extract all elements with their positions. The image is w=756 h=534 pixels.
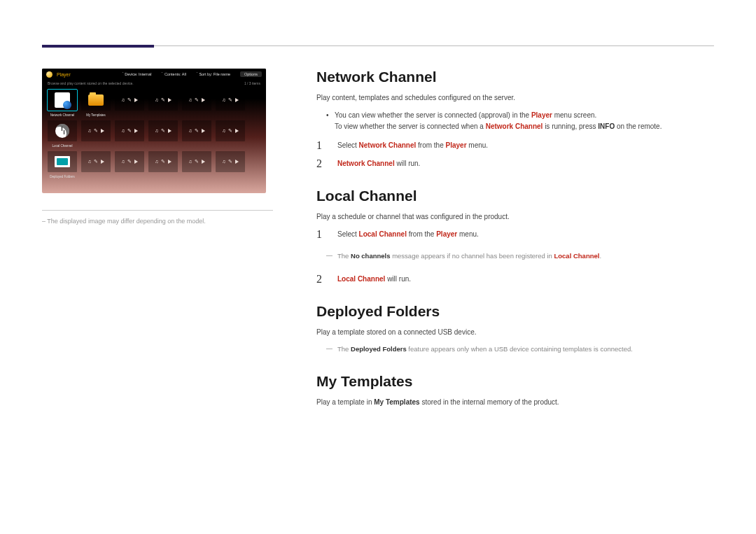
media-icon: ♫ ✎ xyxy=(188,97,205,103)
page: Player Device: Internal Contents: All So… xyxy=(0,0,756,534)
top-rule-accent xyxy=(42,45,154,48)
text: Select xyxy=(337,141,359,149)
text-highlight: Player xyxy=(436,230,457,238)
media-icon: ♫ ✎ xyxy=(155,97,172,103)
text-highlight: Network Channel xyxy=(337,160,395,167)
steps-network: 1 Select Network Channel from the Player… xyxy=(316,140,715,169)
text: The xyxy=(337,345,351,353)
step-1: 1 Select Network Channel from the Player… xyxy=(316,140,715,151)
text: is running, press xyxy=(542,122,598,130)
right-column: Network Channel Play content, templates … xyxy=(316,69,715,426)
media-icon: ♫ ✎ xyxy=(155,128,172,134)
tile-deployed-folders: Deployed Folders xyxy=(48,151,77,172)
text-bold: INFO xyxy=(598,122,615,130)
tile-media: ♫ ✎ xyxy=(115,151,144,172)
shot-item-count: 1 / 3 items xyxy=(244,81,260,85)
media-icon: ♫ ✎ xyxy=(121,128,138,134)
steps-local: 1 Select Local Channel from the Player m… xyxy=(316,229,715,285)
shot-menu-sort: Sort by: File name xyxy=(196,72,230,76)
shot-player-label: Player xyxy=(57,72,71,77)
text: message appears if no channel has been r… xyxy=(391,252,554,260)
tile-network-channel: Network Channel xyxy=(48,90,77,111)
text: feature appears only when a USB device c… xyxy=(407,345,633,353)
text: on the remote. xyxy=(615,122,662,130)
media-icon: ♫ ✎ xyxy=(88,128,104,134)
text-highlight: Local Channel xyxy=(359,230,407,238)
text: will run. xyxy=(395,160,421,167)
step-2: 2 Local Channel will run. xyxy=(316,274,715,285)
tile-my-templates: My Templates xyxy=(81,90,111,111)
tile-media: ♫ ✎ xyxy=(115,90,144,111)
tile-media: ♫ ✎ xyxy=(148,151,178,172)
tile-media: ♫ ✎ xyxy=(182,120,211,141)
tile-label: Deployed Folders xyxy=(48,175,77,178)
globe-icon xyxy=(55,92,70,108)
text: menu. xyxy=(467,141,489,149)
tile-label: Network Channel xyxy=(48,113,77,117)
text: . xyxy=(599,252,601,260)
media-icon: ♫ ✎ xyxy=(121,159,138,164)
step-number: 1 xyxy=(316,140,326,151)
section-deployed-folders: Deployed Folders Play a template stored … xyxy=(316,303,715,354)
text: will run. xyxy=(385,275,411,283)
text: menu. xyxy=(457,230,479,238)
section-my-templates: My Templates Play a template in My Templ… xyxy=(316,373,715,407)
step-number: 2 xyxy=(316,158,326,169)
shot-options-button: Options xyxy=(240,71,262,77)
tile-local-channel: Local Channel xyxy=(48,120,77,141)
tile-media: ♫ ✎ xyxy=(216,90,245,111)
left-divider xyxy=(42,210,273,211)
bullets-network: You can view whether the server is conne… xyxy=(316,110,715,132)
text: Select xyxy=(337,230,359,238)
shot-subtitle: Browse and play content stored on the se… xyxy=(48,81,134,85)
media-icon: ♫ ✎ xyxy=(222,159,239,164)
media-icon: ♫ ✎ xyxy=(188,159,205,164)
heading-deployed-folders: Deployed Folders xyxy=(316,303,715,320)
device-screenshot: Player Device: Internal Contents: All So… xyxy=(42,69,266,193)
note-local: The No channels message appears if no ch… xyxy=(316,251,715,261)
player-icon xyxy=(46,71,52,78)
shot-titlebar: Player Device: Internal Contents: All So… xyxy=(42,69,266,80)
shot-menu-contents: Contents: All xyxy=(161,72,186,76)
clock-icon xyxy=(55,124,69,138)
tile-media: ♫ ✎ xyxy=(81,120,111,141)
media-icon: ♫ ✎ xyxy=(222,97,239,103)
text-highlight: Local Channel xyxy=(337,275,385,283)
section-local-channel: Local Channel Play a schedule or channel… xyxy=(316,188,715,285)
media-icon: ♫ ✎ xyxy=(88,159,104,164)
step-1: 1 Select Local Channel from the Player m… xyxy=(316,229,715,240)
step-2: 2 Network Channel will run. xyxy=(316,158,715,169)
intro-network: Play content, templates and schedules co… xyxy=(316,92,715,103)
tile-media: ♫ ✎ xyxy=(216,120,245,141)
media-icon: ♫ ✎ xyxy=(188,128,205,134)
tile-media: ♫ ✎ xyxy=(182,151,211,172)
note-deployed: The Deployed Folders feature appears onl… xyxy=(316,344,715,354)
intro-deployed: Play a template stored on a connected US… xyxy=(316,327,715,337)
tile-label: Local Channel xyxy=(48,144,77,148)
heading-local-channel: Local Channel xyxy=(316,188,715,204)
tile-media: ♫ ✎ xyxy=(148,90,178,111)
bullet-item: You can view whether the server is conne… xyxy=(335,110,715,132)
usb-icon xyxy=(55,156,70,167)
top-rule xyxy=(42,45,714,48)
tile-label: My Templates xyxy=(81,113,111,117)
tile-media: ♫ ✎ xyxy=(115,120,144,141)
text-highlight: Network Channel xyxy=(486,122,543,130)
tile-media: ♫ ✎ xyxy=(182,90,211,111)
tile-media: ♫ ✎ xyxy=(148,120,178,141)
tile-media: ♫ ✎ xyxy=(216,151,245,172)
step-body: Network Channel will run. xyxy=(337,158,420,169)
text-highlight: Player xyxy=(531,111,552,119)
shot-top-menu: Device: Internal Contents: All Sort by: … xyxy=(122,72,230,76)
shot-tile-area: Network Channel My Templates ♫ ✎ ♫ ✎ ♫ ✎… xyxy=(48,90,260,190)
intro-mytemplates: Play a template in My Templates stored i… xyxy=(316,397,715,407)
text: from the xyxy=(407,230,436,238)
step-number: 2 xyxy=(316,274,326,285)
tile-media: ♫ ✎ xyxy=(81,151,111,172)
intro-local: Play a schedule or channel that was conf… xyxy=(316,211,715,222)
step-body: Select Local Channel from the Player men… xyxy=(337,229,479,240)
step-body: Select Network Channel from the Player m… xyxy=(337,140,488,151)
media-icon: ♫ ✎ xyxy=(155,159,172,164)
step-number: 1 xyxy=(316,229,326,240)
image-disclaimer: The displayed image may differ depending… xyxy=(42,218,273,225)
